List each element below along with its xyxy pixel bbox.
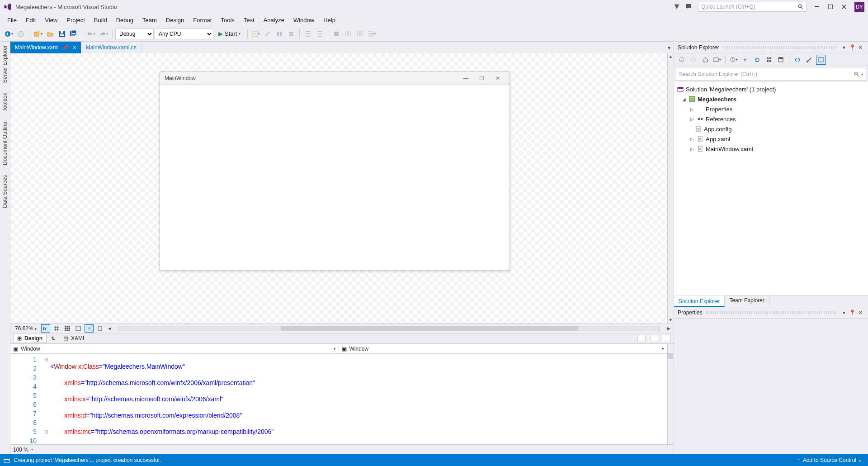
tab-solution-explorer[interactable]: Solution Explorer — [674, 295, 725, 307]
expander-icon[interactable]: ▷ — [689, 117, 695, 122]
design-tab[interactable]: ⊞Design — [13, 334, 47, 343]
save-button[interactable] — [57, 29, 67, 39]
tab-team-explorer[interactable]: Team Explorer — [725, 295, 769, 307]
rail-server-explorer[interactable]: Server Explorer — [2, 43, 8, 85]
menu-test[interactable]: Test — [239, 15, 259, 25]
hscroll-right[interactable]: ▶ — [665, 326, 672, 331]
panel-close-button[interactable]: ✕ — [856, 309, 864, 317]
xaml-code-editor[interactable]: 12345678910 ⊟⊟ <Window x:Class="Megaleec… — [10, 354, 674, 444]
tree-references-node[interactable]: ▷ References — [674, 114, 868, 124]
code-body[interactable]: <Window x:Class="Megaleechers.MainWindow… — [50, 354, 674, 444]
tree-mainwindowxaml-node[interactable]: ▷ MainWindow.xaml — [674, 144, 868, 154]
tree-project-node[interactable]: ◢ C# Megaleechers — [674, 94, 868, 104]
collapse-pane-button[interactable] — [663, 335, 671, 342]
fold-gutter[interactable]: ⊟⊟ — [42, 354, 50, 444]
menu-team[interactable]: Team — [138, 15, 161, 25]
se-sync-button[interactable]: ▾ — [712, 55, 722, 65]
se-preview-button[interactable] — [776, 55, 786, 65]
elem-row-scroll[interactable] — [667, 344, 674, 353]
designer-zoom-level[interactable]: 76.62% ▾ — [12, 325, 39, 332]
tb-icon-8[interactable] — [343, 29, 354, 39]
undo-button[interactable]: ▾ — [85, 29, 97, 39]
tb-icon-4[interactable] — [286, 29, 297, 39]
user-badge[interactable]: DY — [854, 2, 864, 12]
tree-solution-node[interactable]: Solution 'Megaleechers' (1 project) — [674, 84, 868, 94]
code-zoom-label[interactable]: 100 % — [13, 447, 28, 453]
save-all-button[interactable] — [68, 29, 79, 39]
split-vertical-button[interactable] — [637, 335, 646, 342]
new-project-button[interactable]: ▾ — [32, 29, 44, 39]
menu-project[interactable]: Project — [62, 15, 89, 25]
tab-mainwindow-xaml-cs[interactable]: MainWindow.xaml.cs — [81, 42, 142, 53]
solution-tree[interactable]: Solution 'Megaleechers' (1 project) ◢ C#… — [674, 82, 868, 295]
menu-view[interactable]: View — [40, 15, 62, 25]
device-toggle[interactable] — [95, 324, 104, 333]
rail-data-sources[interactable]: Data Sources — [2, 173, 8, 210]
effects-toggle[interactable]: fx — [41, 324, 50, 333]
rail-toolbox[interactable]: Toolbox — [2, 91, 8, 113]
snaplines-toggle[interactable] — [74, 324, 83, 333]
add-source-control-button[interactable]: ↑ Add to Source Control ▴ — [794, 457, 864, 463]
expander-icon[interactable]: ▷ — [689, 107, 695, 112]
se-designer-button[interactable] — [816, 55, 826, 65]
panel-close-button[interactable]: ✕ — [856, 43, 864, 52]
rail-document-outline[interactable]: Document Outline — [2, 120, 8, 167]
close-icon[interactable]: ✕ — [72, 45, 76, 51]
notifications-icon[interactable] — [671, 2, 683, 12]
start-debug-button[interactable]: ▶ Start ▾ — [214, 29, 245, 39]
snap-grid-toggle[interactable] — [63, 324, 72, 333]
split-horizontal-button[interactable] — [650, 335, 658, 342]
tree-appxaml-node[interactable]: ▷ App.xaml — [674, 134, 868, 144]
expander-icon[interactable]: ◢ — [681, 97, 687, 102]
expander-icon[interactable]: ▷ — [689, 147, 695, 152]
se-refresh-button[interactable] — [752, 55, 762, 65]
xaml-designer-surface[interactable]: MainWindow — ☐ ✕ ▲ ▼ — [10, 53, 674, 323]
code-split-grip[interactable] — [668, 354, 673, 359]
tb-icon-10[interactable]: ▾ — [366, 29, 377, 39]
platform-select[interactable]: Any CPU — [155, 29, 213, 39]
tb-icon-1[interactable]: ▾ — [250, 29, 261, 39]
solution-explorer-search[interactable]: Search Solution Explorer (Ctrl+;) ▾ — [676, 68, 866, 81]
expander-icon[interactable]: ▷ — [689, 137, 695, 142]
se-back-button[interactable] — [677, 55, 687, 65]
tb-icon-6[interactable] — [314, 29, 325, 39]
tb-icon-7[interactable] — [331, 29, 342, 39]
menu-edit[interactable]: Edit — [21, 15, 40, 25]
menu-window[interactable]: Window — [289, 15, 319, 25]
menu-file[interactable]: File — [3, 15, 21, 25]
menu-tools[interactable]: Tools — [216, 15, 239, 25]
designer-horizontal-scrollbar[interactable] — [118, 326, 660, 331]
tab-mainwindow-xaml[interactable]: MainWindow.xaml 📌 ✕ — [10, 42, 81, 53]
menu-help[interactable]: Help — [319, 15, 340, 25]
minimize-button[interactable] — [810, 2, 824, 12]
panel-pin-button[interactable]: 📍 — [848, 43, 856, 52]
tree-properties-node[interactable]: ▷ Properties — [674, 104, 868, 114]
design-preview-window[interactable]: MainWindow — ☐ ✕ — [160, 71, 510, 271]
panel-menu-button[interactable]: ▾ — [840, 309, 848, 317]
code-vertical-scrollbar[interactable] — [667, 354, 674, 444]
tb-icon-9[interactable] — [354, 29, 365, 39]
tb-icon-2[interactable] — [262, 29, 273, 39]
panel-pin-button[interactable]: 📍 — [848, 309, 856, 317]
tb-icon-3[interactable] — [274, 29, 285, 39]
configuration-select[interactable]: Debug — [115, 29, 154, 39]
pin-icon[interactable]: 📌 — [62, 45, 69, 51]
se-collapse-button[interactable] — [741, 55, 750, 65]
designer-vertical-scrollbar[interactable]: ▲ ▼ — [667, 53, 674, 323]
nav-back-button[interactable]: ▾ — [3, 29, 14, 39]
quick-launch-input[interactable]: Quick Launch (Ctrl+Q) — [698, 2, 807, 12]
close-button[interactable] — [837, 2, 851, 12]
se-code-button[interactable] — [793, 55, 802, 65]
se-scope-button[interactable]: ▾ — [729, 55, 739, 65]
redo-button[interactable]: ▾ — [98, 29, 109, 39]
panel-menu-button[interactable]: ▾ — [840, 43, 848, 52]
xaml-tab[interactable]: ▤XAML — [60, 334, 90, 342]
swap-panes-button[interactable]: ⇅ — [51, 336, 55, 342]
element-member-select[interactable]: ▣Window▾ — [339, 344, 668, 353]
tb-icon-5[interactable] — [302, 29, 313, 39]
tree-appconfig-node[interactable]: App.config — [674, 124, 868, 134]
se-showall-button[interactable] — [764, 55, 774, 65]
snap-toggle[interactable] — [85, 324, 94, 333]
maximize-button[interactable] — [824, 2, 837, 12]
menu-format[interactable]: Format — [189, 15, 216, 25]
